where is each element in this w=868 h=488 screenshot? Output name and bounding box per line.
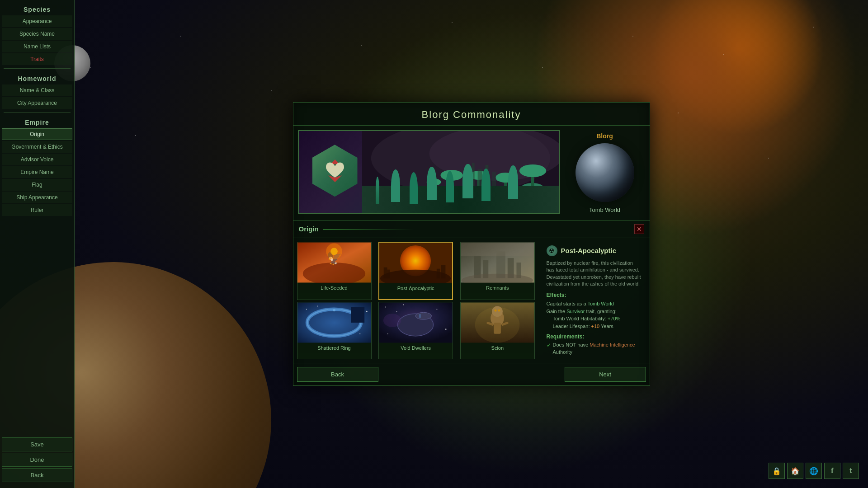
card-img-life-seeded: 🦅 [297,242,371,283]
sidebar-item-flag[interactable]: Flag [2,179,72,191]
sidebar-item-ship-appearance[interactable]: Ship Appearance [2,192,72,203]
sidebar-item-traits[interactable]: Traits [2,53,72,65]
tomb-world-highlight: Tomb World [587,301,613,306]
done-button[interactable]: Done [2,453,72,467]
origin-card-void-dwellers[interactable]: Void Dwellers [378,302,453,359]
lock-icon[interactable]: 🔒 [769,463,785,479]
card-label-post-apocalyptic: Post-Apocalyptic [379,283,452,293]
sidebar-item-city-appearance[interactable]: City Appearance [2,97,72,109]
svg-rect-35 [387,269,390,278]
dialog-footer: Back Next [293,363,650,385]
facebook-icon[interactable]: f [824,463,840,479]
scion-art [461,302,534,343]
info-effect-3: Tomb World Habitability: +70% [547,315,642,323]
survivor-highlight: Survivor [566,309,585,314]
banner-scene-svg [362,131,559,214]
sidebar-item-ruler[interactable]: Ruler [2,204,72,216]
sidebar-bottom: Save Done Back [0,436,74,488]
svg-point-6 [443,188,461,196]
banner-area: Blorg Tomb World [293,126,650,220]
card-img-post-apocalyptic [379,243,452,283]
origin-info-panel: ☢ Post-Apocalyptic Baptized by nuclear f… [542,242,646,359]
sidebar-item-name-class[interactable]: Name & Class [2,84,72,96]
card-img-shattered-ring [297,302,371,343]
info-title-row: ☢ Post-Apocalyptic [547,245,642,256]
sidebar-divider-1 [4,68,71,69]
empire-emblem [308,140,362,203]
svg-rect-49 [351,307,364,323]
origin-cards-grid: 🦅 Life-Seeded [297,242,540,359]
info-requirement-1: ✓ Does NOT have Machine Intelligence Aut… [547,342,642,356]
back-button[interactable]: Back [2,468,72,482]
sidebar-item-advisor-voice[interactable]: Advisor Voice [2,154,72,165]
info-effect-2: Gain the Survivor trait, granting: [547,308,642,315]
habitability-bonus: +70% [608,316,620,321]
svg-rect-59 [419,314,421,318]
sidebar-item-origin[interactable]: Origin [2,128,72,140]
svg-point-55 [333,309,335,311]
lifespan-bonus: +10 [591,324,600,329]
svg-point-65 [403,304,404,305]
origin-card-remnants[interactable]: Remnants [460,242,535,300]
svg-point-17 [519,164,546,177]
card-img-remnants [461,242,534,283]
heart-icon [321,157,349,184]
empire-dialog: Blorg Commonality [293,102,650,386]
close-button[interactable]: ✕ [634,224,644,234]
card-img-void-dwellers [379,302,453,343]
home-icon[interactable]: 🏠 [787,463,803,479]
svg-point-64 [387,333,388,334]
dialog-title: Blorg Commonality [293,103,650,126]
planet-sphere [576,143,634,202]
shattered-ring-art [297,302,371,343]
svg-point-14 [495,173,515,183]
planet-type: Tomb World [589,206,620,213]
svg-rect-25 [492,172,496,194]
info-effects-title: Effects: [547,292,642,298]
svg-rect-37 [437,269,440,278]
svg-point-8 [440,170,463,181]
svg-point-50 [306,309,307,310]
empire-banner [298,130,560,214]
bottom-icons: 🔒 🏠 🌐 f t [769,463,859,479]
sidebar-divider-2 [4,112,71,113]
sidebar-item-appearance[interactable]: Appearance [2,15,72,27]
svg-point-62 [437,309,438,310]
void-dwellers-art [379,302,453,343]
origin-grid: 🦅 Life-Seeded [293,238,650,363]
svg-point-9 [472,186,485,192]
svg-rect-24 [485,165,488,194]
info-effect-4: Leader Lifespan: +10 Years [547,323,642,330]
sidebar-item-government-ethics[interactable]: Government & Ethics [2,141,72,153]
card-label-shattered-ring: Shattered Ring [297,343,371,353]
origin-section: Origin ✕ [293,220,650,363]
sidebar-item-empire-name[interactable]: Empire Name [2,166,72,178]
svg-point-75 [475,307,519,343]
sidebar-item-species-name[interactable]: Species Name [2,28,72,40]
svg-point-12 [497,188,514,194]
planet-name-label: Blorg [596,132,613,140]
globe-icon[interactable]: 🌐 [806,463,822,479]
life-seeded-art: 🦅 [297,242,371,283]
origin-section-title: Origin [299,225,414,233]
sidebar-section-empire: Empire [0,115,74,128]
back-button-footer[interactable]: Back [297,367,378,382]
origin-card-shattered-ring[interactable]: Shattered Ring [297,302,372,359]
origin-card-life-seeded[interactable]: 🦅 Life-Seeded [297,242,372,300]
info-effect-1: Capital starts as a Tomb World [547,300,642,308]
machine-intelligence-highlight: Machine Intelligence [590,342,635,347]
emblem-hex [312,145,358,197]
twitter-icon[interactable]: t [843,463,859,479]
svg-point-66 [383,314,401,327]
svg-point-20 [426,178,441,186]
origin-card-scion[interactable]: Scion [460,302,535,359]
next-button[interactable]: Next [565,367,646,382]
post-apocalyptic-art [379,243,452,283]
sidebar-item-name-lists[interactable]: Name Lists [2,41,72,52]
info-description: Baptized by nuclear fire, this civilizat… [547,260,642,288]
save-button[interactable]: Save [2,437,72,451]
svg-rect-45 [461,242,534,256]
req-check-icon: ✓ [547,342,551,349]
origin-card-post-apocalyptic[interactable]: Post-Apocalyptic [378,242,453,300]
svg-point-30 [330,248,338,255]
